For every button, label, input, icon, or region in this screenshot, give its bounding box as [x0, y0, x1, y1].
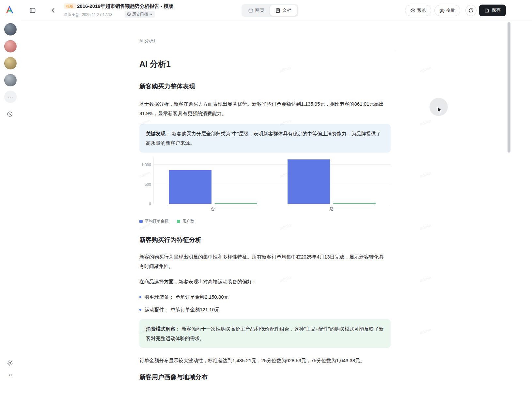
- x-category-label: 否: [203, 206, 223, 212]
- settings-gear-icon[interactable]: [7, 360, 13, 368]
- refresh-icon: [468, 8, 474, 13]
- bar-平均订单金额-是: [288, 159, 330, 204]
- chart-y-axis: 05001,000: [139, 158, 151, 204]
- legend-label: 平均订单金额: [145, 218, 168, 224]
- preview-label: 预览: [417, 7, 426, 13]
- template-badge: 模版: [64, 3, 76, 9]
- account-letter-badge[interactable]: a: [0, 372, 21, 377]
- legend-swatch-icon: [177, 220, 180, 223]
- tab-webpage[interactable]: 网页: [243, 5, 270, 16]
- document-icon: [275, 8, 280, 13]
- eye-icon: [410, 8, 415, 13]
- chart-gridline: [154, 164, 391, 165]
- app-logo-icon: [5, 5, 14, 14]
- insight-label: 消费模式洞察：: [146, 326, 180, 332]
- document-canvas: AI 分析1 AI 分析1 新客购买力整体表现 基于数据分析，新客在购买力方面表…: [21, 21, 532, 401]
- list-item: 羽毛球装备： 单笔订单金额2,150.80元: [139, 292, 397, 302]
- chevron-up-icon: [149, 13, 152, 16]
- tab-document[interactable]: 文档: [270, 5, 297, 16]
- bullet-list: 羽毛球装备： 单笔订单金额2,150.80元 运动配件： 单笔订单金额121.1…: [139, 292, 397, 314]
- legend-label: 用户数: [182, 218, 194, 224]
- paragraph-3: 在商品选择方面，新客表现出对高端运动装备的偏好：: [139, 277, 388, 286]
- section2-heading: 新客购买行为特征分析: [139, 236, 397, 244]
- variables-button[interactable]: {n} 变量: [434, 5, 460, 16]
- bar-平均订单金额-否: [169, 170, 211, 204]
- user-avatar-2[interactable]: [4, 40, 17, 52]
- key-finding-label: 关键发现：: [146, 131, 170, 136]
- last-updated-text: 最近更新: 2025-11-27 17:13: [64, 12, 113, 18]
- save-button[interactable]: 保存: [479, 5, 506, 16]
- key-finding-text: 新客购买力分层全部归类为"中"层级，表明新客群体具有稳定的中等偏上消费能力，为品…: [146, 131, 381, 146]
- chart-legend: 平均订单金额用户数: [139, 218, 397, 224]
- sidebar-toggle-icon[interactable]: [29, 7, 36, 15]
- document-column: AI 分析1 AI 分析1 新客购买力整体表现 基于数据分析，新客在购买力方面表…: [133, 21, 397, 381]
- legend-item: 用户数: [177, 218, 194, 224]
- user-avatar-1[interactable]: [4, 23, 17, 36]
- tab-document-label: 文档: [282, 7, 291, 13]
- history-archive-button[interactable]: 历史归档: [125, 11, 155, 18]
- bar-用户数-否: [215, 203, 257, 204]
- section3-heading: 新客用户画像与地域分布: [139, 373, 397, 381]
- bullet-dot-icon: [139, 296, 141, 298]
- insight-text: 新客倾向于一次性购买高价主产品和低价配件组合，这种"主品+配件"的购买模式可能反…: [146, 326, 384, 341]
- section1-heading: 新客购买力整体表现: [139, 82, 397, 91]
- legend-swatch-icon: [139, 220, 143, 223]
- bottom-clip-overlay: [21, 386, 532, 401]
- list-item: 运动配件： 单笔订单金额121.10元: [139, 305, 397, 314]
- bullet-1-text: 羽毛球装备： 单笔订单金额2,150.80元: [145, 292, 229, 302]
- paragraph-2: 新客的购买行为呈现出明显的集中性和多样性特征。所有新客订单均集中在2025年4月…: [139, 252, 388, 271]
- paragraph-4: 订单金额分布显示较大波动性，标准差达到1,435.21元，25分位数为628.5…: [139, 356, 388, 365]
- back-button[interactable]: [50, 7, 56, 15]
- tab-webpage-label: 网页: [255, 7, 264, 13]
- variables-brace-icon: {n}: [440, 8, 445, 13]
- preview-button[interactable]: 预览: [405, 5, 431, 16]
- legend-item: 平均订单金额: [139, 218, 168, 224]
- save-label: 保存: [492, 7, 501, 13]
- key-finding-callout: 关键发现： 新客购买力分层全部归类为"中"层级，表明新客群体具有稳定的中等偏上消…: [139, 124, 391, 153]
- chart-x-axis: 否是: [139, 204, 391, 212]
- history-icon: [127, 12, 131, 16]
- bullet-dot-icon: [139, 309, 141, 311]
- history-archive-label: 历史归档: [132, 11, 148, 17]
- chart-plot: [153, 158, 391, 204]
- history-clock-icon[interactable]: [7, 111, 13, 119]
- mouse-cursor: [437, 106, 443, 115]
- bar-chart: 05001,000 否是: [139, 158, 391, 212]
- bar-用户数-是: [333, 203, 376, 204]
- block-outline-label: AI 分析1: [139, 38, 397, 44]
- save-icon: [484, 8, 489, 13]
- paragraph-1: 基于数据分析，新客在购买力方面表现出显著优势。新客平均订单金额达到1,135.9…: [139, 99, 388, 118]
- x-category-label: 是: [321, 206, 341, 212]
- refresh-button[interactable]: [465, 5, 477, 16]
- more-users-button[interactable]: ···: [4, 91, 17, 103]
- left-rail: ··· a: [0, 0, 21, 401]
- document-title: 2016-2019年超市销售额趋势分析报告 - 模版: [77, 3, 173, 9]
- webpage-icon: [248, 8, 253, 13]
- bullet-2-text: 运动配件： 单笔订单金额121.10元: [145, 305, 220, 314]
- y-tick-label: 500: [145, 182, 151, 187]
- insight-callout: 消费模式洞察： 新客倾向于一次性购买高价主产品和低价配件组合，这种"主品+配件"…: [139, 319, 391, 348]
- app-logo[interactable]: [5, 5, 14, 14]
- section-divider: [133, 51, 397, 51]
- view-mode-switch: 网页 文档: [242, 4, 298, 17]
- doc-h1-title: AI 分析1: [139, 59, 397, 69]
- variables-label: 变量: [446, 7, 455, 13]
- user-avatar-3[interactable]: [4, 57, 17, 69]
- top-bar: 模版 2016-2019年超市销售额趋势分析报告 - 模版 最近更新: 2025…: [21, 0, 532, 21]
- vertical-scrollbar[interactable]: [508, 22, 510, 153]
- user-avatar-4[interactable]: [4, 74, 17, 86]
- y-tick-label: 1,000: [141, 163, 151, 167]
